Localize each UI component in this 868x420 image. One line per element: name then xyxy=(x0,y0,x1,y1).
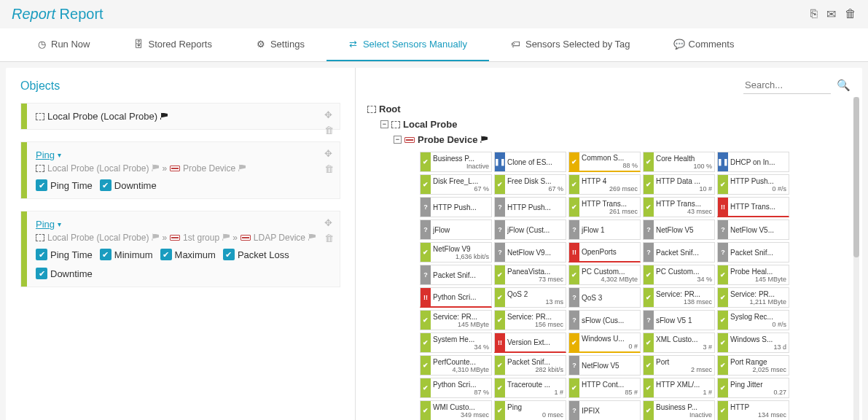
sensor-tile[interactable]: ✔Ping Jitter0.27 xyxy=(717,378,789,398)
sensor-tile[interactable]: ✔HTTP Cont...85 # xyxy=(568,378,641,398)
sensor-tile[interactable]: ✔Service: PR...145 MByte xyxy=(420,310,492,330)
search-icon[interactable]: 🔍 xyxy=(837,79,851,92)
sensor-tile[interactable]: ✔Syslog Rec...0 #/s xyxy=(717,310,789,330)
sensor-tile[interactable]: ?QoS 3 xyxy=(568,287,641,308)
sensor-tile[interactable]: ✔Python Scri...87 % xyxy=(420,378,492,398)
sensor-tile[interactable]: ?sFlow V5 1 xyxy=(643,310,715,330)
check-ping-time[interactable]: ✔Ping Time xyxy=(36,249,93,260)
sensor-tile[interactable]: ✔XML Custo...3 # xyxy=(643,332,715,353)
tree-probe[interactable]: − Local Probe xyxy=(380,117,851,132)
sensor-status-icon: ✔ xyxy=(718,311,728,330)
tab-run-now[interactable]: ◷Run Now xyxy=(15,28,112,61)
export-icon[interactable]: ⎘ xyxy=(810,7,818,21)
sensor-tile[interactable]: ✔Common S...88 % xyxy=(568,152,641,172)
tab-stored-reports[interactable]: 🗄Stored Reports xyxy=(112,28,233,61)
mail-icon[interactable]: ✉ xyxy=(826,7,836,21)
sensor-text: HTTP Push... xyxy=(505,198,566,217)
sensor-tile[interactable]: ✔HTTP Trans...261 msec xyxy=(568,197,641,217)
sensor-tile[interactable]: ?sFlow (Cus... xyxy=(568,310,641,330)
sensor-tile[interactable]: ✔HTTP Trans...43 msec xyxy=(643,197,715,217)
object-title-link[interactable]: Ping xyxy=(36,149,55,160)
tab-select-sensors-manually[interactable]: ⇄Select Sensors Manually xyxy=(327,28,489,61)
sensor-tile[interactable]: ✔Service: PR...156 msec xyxy=(494,310,566,330)
sensor-tile[interactable]: ✔Disk Free_L...67 % xyxy=(420,174,492,195)
sensor-tile[interactable]: ✔Port2 msec xyxy=(643,355,715,376)
sensor-tile[interactable]: ✔WMI Custo...349 msec xyxy=(420,400,492,420)
sensor-tile[interactable]: ✔Core Health100 % xyxy=(643,152,715,172)
check-maximum[interactable]: ✔Maximum xyxy=(160,249,216,260)
move-icon[interactable]: ✥ xyxy=(324,148,334,159)
sensor-tile[interactable]: !!Python Scri... xyxy=(420,287,492,308)
sensor-tile[interactable]: !!OpenPorts xyxy=(568,242,641,262)
delete-icon[interactable]: 🗑 xyxy=(324,163,334,174)
sensor-tile[interactable]: ✔HTTP134 msec xyxy=(717,400,789,420)
sensor-tile[interactable]: ✔Traceroute ...1 # xyxy=(494,378,566,398)
check-minimum[interactable]: ✔Minimum xyxy=(100,249,153,260)
sensor-tile[interactable]: ✔PC Custom...4,302 MByte xyxy=(568,265,641,285)
check-downtime[interactable]: ✔Downtime xyxy=(36,268,93,279)
sensor-tile[interactable]: ✔HTTP Data ...10 # xyxy=(643,174,715,195)
sensor-tile[interactable]: ?HTTP Push... xyxy=(420,197,492,217)
sensor-tile[interactable]: ?Packet Snif... xyxy=(717,242,789,262)
sensor-tile[interactable]: ?Packet Snif... xyxy=(643,242,715,262)
sensor-text: Python Scri... xyxy=(431,288,491,306)
sensor-text: Port Range2,025 msec xyxy=(728,356,789,375)
collapse-icon[interactable]: − xyxy=(380,120,388,128)
scrollbar[interactable] xyxy=(853,97,859,420)
sensor-tile[interactable]: ?NetFlow V5 xyxy=(643,219,715,240)
delete-icon[interactable]: 🗑 xyxy=(845,7,856,21)
sensor-tile[interactable]: !!HTTP Trans... xyxy=(717,197,789,217)
delete-icon[interactable]: 🗑 xyxy=(324,125,334,136)
sensor-tile[interactable]: ?HTTP Push... xyxy=(494,197,566,217)
move-icon[interactable]: ✥ xyxy=(324,109,334,120)
sensor-tile[interactable]: ✔Ping0 msec xyxy=(494,400,566,420)
move-icon[interactable]: ✥ xyxy=(324,217,334,228)
sensor-tile[interactable]: ✔System He...34 % xyxy=(420,332,492,353)
sensor-tile[interactable]: ?NetFlow V5... xyxy=(717,219,789,240)
sensor-tile[interactable]: !!Version Ext... xyxy=(494,332,566,353)
sensor-tile[interactable]: ✔Free Disk S...67 % xyxy=(494,174,566,195)
sensor-tile[interactable]: ?Packet Snif... xyxy=(420,265,492,285)
sensor-tile[interactable]: ✔QoS 213 ms xyxy=(494,287,566,308)
sensor-tile[interactable]: ❚❚DHCP on In... xyxy=(717,152,789,172)
sensor-tile[interactable]: ✔PC Custom...34 % xyxy=(643,265,715,285)
check-ping-time[interactable]: ✔Ping Time xyxy=(36,179,93,191)
sensor-tile[interactable]: ✔Windows S...13 d xyxy=(717,332,789,353)
check-packet-loss[interactable]: ✔Packet Loss xyxy=(223,249,289,260)
sensor-tile[interactable]: ✔PaneaVista...73 msec xyxy=(494,265,566,285)
delete-icon[interactable]: 🗑 xyxy=(324,233,334,244)
sensor-status-icon: ? xyxy=(644,243,654,262)
object-title-link[interactable]: Ping xyxy=(36,219,55,230)
tab-sensors-selected-by-tag[interactable]: 🏷Sensors Selected by Tag xyxy=(489,28,652,61)
sensor-tile[interactable]: ✔Service: PR...138 msec xyxy=(643,287,715,308)
sensor-tile[interactable]: ?NetFlow V5 xyxy=(568,355,641,376)
search-input[interactable] xyxy=(743,77,831,94)
tab-comments[interactable]: 💬Comments xyxy=(652,28,756,61)
sensor-tile[interactable]: ?IPFIX xyxy=(568,400,641,420)
sensor-tile[interactable]: ?jFlow (Cust... xyxy=(494,219,566,240)
tree-root[interactable]: Root xyxy=(367,101,851,117)
sensor-tile[interactable]: ✔Business P...Inactive xyxy=(643,400,715,420)
tree-device[interactable]: − Probe Device xyxy=(394,132,851,147)
sensor-tile[interactable]: ✔HTTP 4269 msec xyxy=(568,174,641,195)
sensor-tile[interactable]: ?jFlow xyxy=(420,219,492,240)
collapse-icon[interactable]: − xyxy=(394,136,402,144)
sensor-tile[interactable]: ❚❚Clone of ES... xyxy=(494,152,566,172)
check-downtime[interactable]: ✔Downtime xyxy=(100,179,157,191)
sensor-tile[interactable]: ✔Packet Snif...282 kbit/s xyxy=(494,355,566,376)
tab-settings[interactable]: ⚙Settings xyxy=(234,28,327,61)
sensor-tile[interactable]: ✔Windows U...0 # xyxy=(568,332,641,353)
sensor-tile[interactable]: ✔NetFlow V91,636 kbit/s xyxy=(420,242,492,262)
sensor-tile[interactable]: ✔HTTP XML/...1 # xyxy=(643,378,715,398)
sensor-tile[interactable]: ✔HTTP Push...0 #/s xyxy=(717,174,789,195)
sensor-tile[interactable]: ✔PerfCounte...4,310 MByte xyxy=(420,355,492,376)
sensor-tile[interactable]: ✔Business P...Inactive xyxy=(420,152,492,172)
sensor-tile[interactable]: ?jFlow 1 xyxy=(568,219,641,240)
sensor-value: 0.27 xyxy=(730,389,786,396)
sensor-name: Service: PR... xyxy=(433,313,489,321)
sensor-tile[interactable]: ✔Port Range2,025 msec xyxy=(717,355,789,376)
sensor-tile[interactable]: ?NetFlow V9... xyxy=(494,242,566,262)
scrollbar-thumb[interactable] xyxy=(853,97,859,257)
sensor-tile[interactable]: ✔Probe Heal...145 MByte xyxy=(717,265,789,285)
sensor-tile[interactable]: ✔Service: PR...1,211 MByte xyxy=(717,287,789,308)
